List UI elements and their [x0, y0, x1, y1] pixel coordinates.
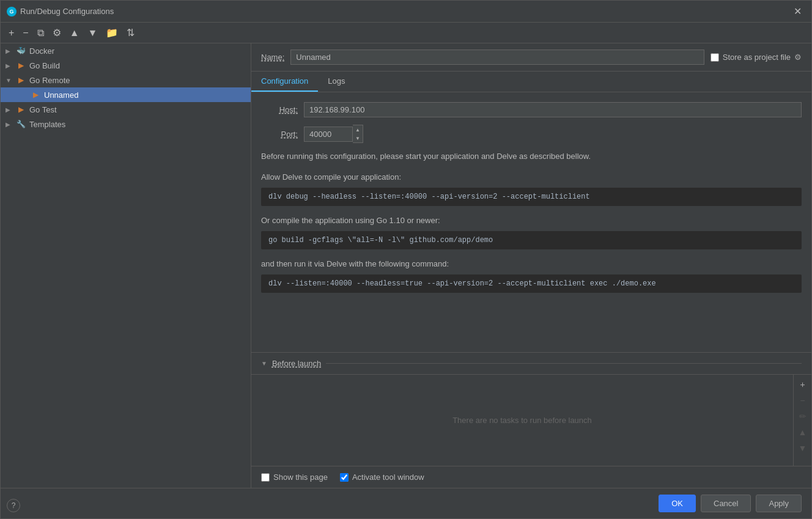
before-launch-header[interactable]: ▼ Before launch — [251, 353, 811, 374]
docker-label: Docker — [29, 46, 246, 56]
copy-config-button[interactable]: ⧉ — [34, 26, 47, 40]
folder-button[interactable]: 📁 — [103, 25, 121, 40]
unnamed-config-icon: ▶ — [30, 89, 41, 100]
port-label: Port: — [261, 130, 298, 139]
sort-button[interactable]: ⇅ — [124, 25, 138, 40]
go-build-arrow: ▶ — [6, 62, 15, 69]
show-page-label: Show this page — [273, 473, 328, 482]
port-increment-button[interactable]: ▲ — [353, 125, 363, 134]
tab-bar: Configuration Logs — [251, 72, 811, 92]
sidebar-item-go-remote[interactable]: ▼ ▶ Go Remote — [1, 73, 251, 87]
help-button[interactable]: ? — [7, 499, 20, 512]
name-row: Name: Store as project file ⚙ — [251, 43, 811, 72]
before-launch-arrow: ▼ — [261, 360, 267, 367]
no-tasks-text: There are no tasks to run before launch — [452, 416, 592, 425]
right-panel: Name: Store as project file ⚙ Configurat… — [251, 43, 811, 488]
gear-icon: ⚙ — [794, 53, 802, 62]
config-panel: Host: Port: ▲ ▼ Before running this — [251, 92, 811, 352]
go-test-icon: ▶ — [15, 104, 26, 115]
sidebar-item-docker[interactable]: ▶ 🐳 Docker — [1, 43, 251, 58]
go-remote-arrow: ▼ — [6, 77, 15, 84]
before-launch-section: ▼ Before launch There are no tasks to ru… — [251, 352, 811, 466]
allow-delve-title: Allow Delve to compile your application: — [261, 172, 802, 182]
dialog-title: Run/Debug Configurations — [20, 7, 114, 16]
store-project-container: Store as project file ⚙ — [711, 53, 802, 62]
port-input-container: ▲ ▼ — [304, 125, 363, 143]
title-bar: G Run/Debug Configurations ✕ — [1, 1, 811, 23]
sidebar-item-go-test[interactable]: ▶ ▶ Go Test — [1, 102, 251, 117]
or-compile-code: go build -gcflags \"all=-N -l\" github.c… — [261, 231, 802, 249]
go-test-label: Go Test — [29, 105, 246, 114]
go-build-icon: ▶ — [15, 60, 26, 71]
run-delve-title: and then run it via Delve with the follo… — [261, 259, 802, 268]
port-decrement-button[interactable]: ▼ — [353, 134, 363, 142]
info-text: Before running this configuration, pleas… — [261, 150, 802, 163]
bl-up-button[interactable]: ▲ — [795, 425, 810, 440]
add-config-button[interactable]: + — [6, 26, 17, 40]
bl-remove-button[interactable]: − — [795, 393, 810, 408]
store-project-checkbox[interactable] — [711, 53, 719, 62]
templates-label: Templates — [29, 120, 246, 129]
port-input[interactable] — [304, 127, 353, 142]
show-page-checkbox[interactable] — [261, 473, 270, 482]
templates-arrow: ▶ — [6, 121, 15, 128]
before-launch-label: Before launch — [272, 359, 321, 368]
move-down-button[interactable]: ▼ — [85, 26, 101, 40]
port-spinners: ▲ ▼ — [353, 125, 363, 143]
dialog-footer: ? OK Cancel Apply — [1, 488, 811, 518]
go-remote-icon: ▶ — [15, 75, 26, 86]
ok-button[interactable]: OK — [659, 495, 696, 512]
bottom-options: Show this page Activate tool window — [251, 466, 811, 488]
bl-edit-button[interactable]: ✏ — [795, 409, 810, 424]
name-input[interactable] — [290, 50, 704, 65]
docker-arrow: ▶ — [6, 48, 15, 54]
before-launch-toolbar: + − ✏ ▲ ▼ — [793, 374, 811, 466]
bl-down-button[interactable]: ▼ — [795, 441, 810, 455]
move-up-button[interactable]: ▲ — [67, 26, 83, 40]
sidebar-item-unnamed[interactable]: ▶ Unnamed — [1, 87, 251, 102]
sidebar-item-go-build[interactable]: ▶ ▶ Go Build — [1, 58, 251, 73]
host-row: Host: — [261, 102, 802, 117]
tab-logs[interactable]: Logs — [318, 72, 355, 92]
close-button[interactable]: ✕ — [790, 4, 805, 18]
host-input[interactable] — [304, 102, 802, 117]
activate-tool-label: Activate tool window — [352, 473, 424, 482]
sidebar-item-templates[interactable]: ▶ 🔧 Templates — [1, 117, 251, 131]
remove-config-button[interactable]: − — [20, 26, 31, 40]
bl-add-button[interactable]: + — [795, 377, 810, 392]
cancel-button[interactable]: Cancel — [701, 495, 751, 512]
configurations-toolbar: + − ⧉ ⚙ ▲ ▼ 📁 ⇅ — [1, 23, 811, 43]
activate-tool-checkbox[interactable] — [340, 473, 349, 482]
run-delve-code: dlv --listen=:40000 --headless=true --ap… — [261, 274, 802, 293]
main-content: ▶ 🐳 Docker ▶ ▶ Go Build ▼ ▶ Go Remote ▶ … — [1, 43, 811, 488]
app-icon: G — [7, 7, 17, 17]
sidebar: ▶ 🐳 Docker ▶ ▶ Go Build ▼ ▶ Go Remote ▶ … — [1, 43, 251, 488]
allow-delve-code: dlv debug --headless --listen=:40000 --a… — [261, 188, 802, 206]
show-page-option[interactable]: Show this page — [261, 473, 328, 482]
docker-icon: 🐳 — [15, 45, 26, 56]
activate-tool-option[interactable]: Activate tool window — [340, 473, 424, 482]
before-launch-content: There are no tasks to run before launch … — [251, 374, 811, 466]
port-row: Port: ▲ ▼ — [261, 125, 802, 143]
apply-button[interactable]: Apply — [756, 495, 802, 512]
go-test-arrow: ▶ — [6, 106, 15, 113]
before-launch-list: There are no tasks to run before launch — [251, 374, 793, 466]
name-label: Name: — [261, 53, 284, 62]
before-launch-divider — [326, 363, 802, 364]
go-remote-label: Go Remote — [29, 76, 246, 85]
host-label: Host: — [261, 105, 298, 114]
unnamed-label: Unnamed — [44, 90, 246, 100]
store-project-label[interactable]: Store as project file — [723, 53, 791, 62]
settings-config-button[interactable]: ⚙ — [50, 25, 64, 40]
tab-configuration[interactable]: Configuration — [251, 72, 318, 92]
go-build-label: Go Build — [29, 61, 246, 70]
or-compile-title: Or compile the application using Go 1.10… — [261, 216, 802, 225]
templates-icon: 🔧 — [15, 119, 26, 130]
